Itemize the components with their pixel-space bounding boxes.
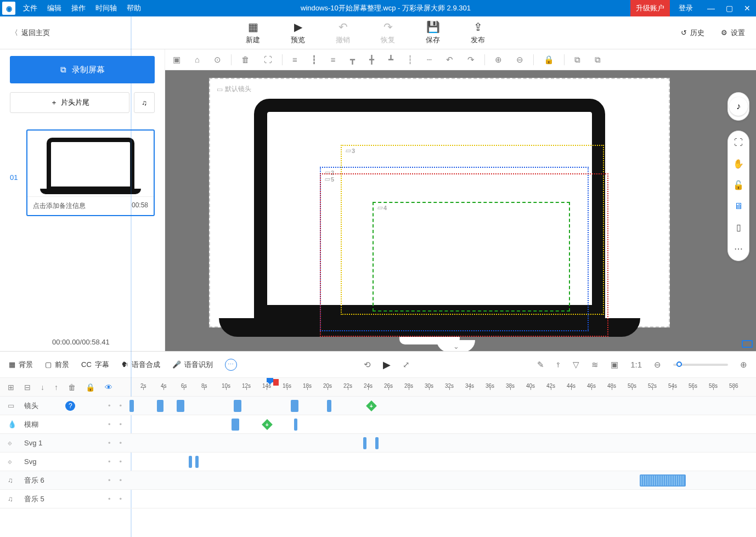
subtitle-tab[interactable]: CC字幕 (81, 360, 109, 370)
clip[interactable] (232, 419, 239, 431)
snapshot-icon[interactable]: ▣ (611, 360, 618, 370)
zoom-out-timeline-icon[interactable]: ⊖ (654, 360, 661, 370)
clip[interactable] (375, 437, 379, 449)
floating-music-button[interactable]: ♪ (727, 92, 749, 121)
music-button[interactable]: ♫ (134, 92, 155, 113)
menu-file[interactable]: 文件 (23, 3, 37, 13)
clip[interactable] (294, 419, 297, 431)
move-up-icon[interactable]: ↑ (54, 383, 58, 392)
layer-icon[interactable]: ▣ (173, 55, 180, 65)
aspect-indicator-icon[interactable] (742, 340, 753, 348)
keyframe-dot[interactable]: • (108, 495, 111, 503)
keyframe-diamond[interactable] (262, 419, 273, 430)
redo-button[interactable]: ↷恢复 (381, 20, 395, 45)
settings-button[interactable]: ⚙设置 (721, 28, 745, 38)
new-button[interactable]: ▦新建 (246, 20, 260, 45)
copy-icon[interactable]: ⧉ (574, 55, 580, 65)
move-down-icon[interactable]: ↓ (41, 383, 44, 392)
track-head[interactable]: ♫音乐 6•• (0, 476, 129, 485)
keyframe-dot[interactable]: • (119, 420, 122, 428)
minimize-button[interactable]: — (702, 4, 720, 13)
save-button[interactable]: 💾保存 (426, 20, 440, 45)
align-middle-icon[interactable]: ╋ (369, 55, 374, 65)
keyframe-dot[interactable]: • (119, 457, 122, 466)
canvas-viewport[interactable]: ▭默认镜头 ▭3 ▭2 ▭5 ▭4 ♪ ⛶ ✋ 🔓 🖥 ▯ ⋯ ⌄ (165, 70, 756, 351)
filter-icon[interactable]: ⫯ (556, 360, 561, 369)
history-button[interactable]: ↺历史 (681, 28, 704, 38)
visibility-icon[interactable]: 👁 (105, 383, 112, 392)
track-head[interactable]: ♫音乐 5•• (0, 494, 129, 504)
timeline-more-button[interactable]: ⋯ (225, 359, 237, 371)
track-head[interactable]: ⟐Svg 1•• (0, 439, 129, 447)
desktop-icon[interactable]: 🖥 (734, 201, 743, 211)
keyframe-dot[interactable]: • (119, 402, 122, 410)
camera-overlay-4[interactable]: ▭4 (373, 202, 570, 312)
menu-help[interactable]: 帮助 (127, 3, 141, 13)
keyframe-dot[interactable]: • (119, 439, 122, 447)
settings-sliders-icon[interactable]: ≋ (591, 360, 599, 370)
tts-tab[interactable]: 🗣语音合成 (121, 360, 160, 370)
track-lane[interactable] (129, 471, 756, 489)
track-lane[interactable] (129, 434, 756, 452)
canvas[interactable]: ▭默认镜头 ▭3 ▭2 ▭5 ▭4 (209, 78, 670, 327)
clip[interactable] (640, 474, 686, 487)
play-button[interactable]: ▶ (383, 359, 391, 371)
zoom-in-timeline-icon[interactable]: ⊕ (740, 360, 747, 370)
lock-icon[interactable]: 🔒 (544, 55, 554, 65)
track-head[interactable]: ⟐Svg•• (0, 457, 129, 466)
remove-track-icon[interactable]: ⊟ (24, 383, 31, 392)
delete-icon[interactable]: 🗑 (68, 383, 76, 392)
clip[interactable] (234, 400, 241, 412)
track-lane[interactable] (129, 397, 756, 415)
align-center-h-icon[interactable]: ┇ (312, 55, 317, 65)
record-screen-button[interactable]: ⧉ 录制屏幕 (10, 56, 155, 83)
zoom-out-icon[interactable]: ⊖ (516, 55, 523, 65)
track-lane[interactable] (129, 490, 756, 508)
add-track-icon[interactable]: ⊞ (8, 383, 14, 392)
align-right-icon[interactable]: ≡ (331, 55, 336, 64)
foreground-tab[interactable]: ▢前景 (45, 360, 69, 370)
keyframe-dot[interactable]: • (108, 457, 111, 466)
fullscreen-icon[interactable]: ⛶ (734, 138, 743, 148)
distribute-h-icon[interactable]: ┆ (408, 55, 413, 65)
asr-tab[interactable]: 🎤语音识别 (172, 360, 213, 370)
keyframe-dot[interactable]: • (119, 476, 122, 484)
mobile-icon[interactable]: ▯ (736, 222, 741, 233)
scene-note-label[interactable]: 点击添加备注信息 (33, 201, 86, 211)
expand-icon[interactable]: ⤢ (403, 360, 410, 370)
upgrade-button[interactable]: 升级账户 (630, 0, 670, 16)
time-ruler[interactable]: 2s4s6s8s10s12s14s16s18s20s22s24s26s28s30… (138, 378, 748, 397)
clip[interactable] (195, 456, 199, 468)
undo-button[interactable]: ↶撤销 (336, 20, 350, 45)
clip[interactable] (291, 400, 298, 412)
zoom-in-icon[interactable]: ⊕ (495, 55, 502, 65)
ratio-icon[interactable]: 1:1 (630, 360, 642, 369)
focus-icon[interactable]: ⛶ (264, 55, 272, 64)
scene-card[interactable]: 点击添加备注信息 00:58 (26, 129, 155, 216)
clip[interactable] (129, 400, 134, 412)
menu-action[interactable]: 操作 (71, 3, 86, 13)
background-tab[interactable]: ▦背景 (9, 360, 33, 370)
back-home-button[interactable]: 〈 返回主页 (11, 28, 50, 38)
track-lane[interactable] (129, 453, 756, 471)
more-icon[interactable]: ⊙ (214, 55, 221, 65)
keyframe-dot[interactable]: • (119, 495, 122, 503)
clip[interactable] (177, 400, 184, 412)
align-top-icon[interactable]: ┳ (350, 55, 355, 65)
track-head[interactable]: ▭镜头?•• (0, 401, 129, 411)
edit-icon[interactable]: ✎ (537, 360, 544, 370)
menu-timeline[interactable]: 时间轴 (95, 3, 117, 13)
paste-icon[interactable]: ⧉ (595, 55, 601, 65)
publish-button[interactable]: ⇪发布 (471, 20, 485, 45)
align-left-icon[interactable]: ≡ (292, 55, 297, 64)
clip[interactable] (189, 456, 192, 468)
collapse-handle[interactable]: ⌄ (437, 340, 475, 351)
more-dots-icon[interactable]: ⋯ (734, 244, 743, 254)
distribute-v-icon[interactable]: ┄ (427, 55, 432, 65)
track-lane[interactable] (129, 415, 756, 433)
lock-track-icon[interactable]: 🔒 (86, 383, 95, 392)
keyframe-dot[interactable]: • (108, 402, 111, 410)
maximize-button[interactable]: ▢ (720, 4, 738, 13)
clip[interactable] (157, 400, 163, 412)
keyframe-diamond[interactable] (366, 400, 377, 411)
